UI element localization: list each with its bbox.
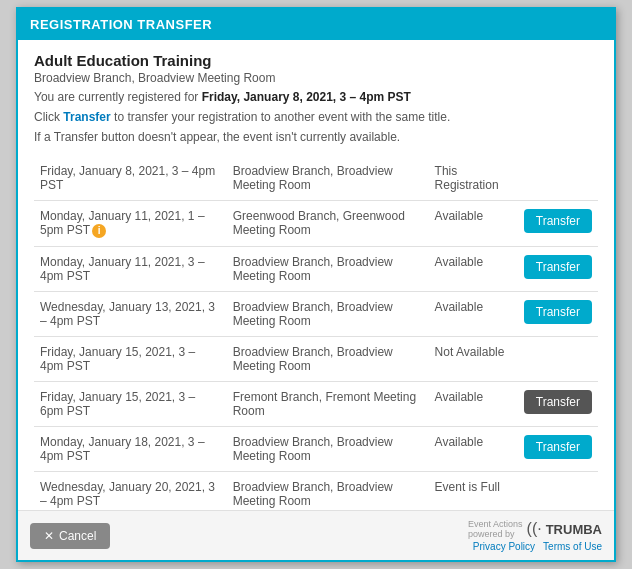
cancel-button[interactable]: ✕ Cancel [30,523,110,549]
row-action [518,471,598,510]
table-row: Friday, January 15, 2021, 3 – 6pm PSTFre… [34,381,598,426]
info-icon[interactable]: i [92,224,106,238]
row-date: Monday, January 11, 2021, 3 – 4pm PST [34,246,227,291]
cancel-label: Cancel [59,529,96,543]
table-row: Monday, January 11, 2021, 3 – 4pm PSTBro… [34,246,598,291]
row-date: Monday, January 11, 2021, 1 – 5pm PSTi [34,201,227,247]
powered-by-text: Event Actions powered by [468,519,523,539]
info-line3: If a Transfer button doesn't appear, the… [34,128,598,146]
info-line1: You are currently registered for Friday,… [34,88,598,106]
terms-of-use-link[interactable]: Terms of Use [543,541,602,552]
row-location: Broadview Branch, Broadview Meeting Room [227,246,429,291]
transfer-button[interactable]: Transfer [524,209,592,233]
trumba-brand: Event Actions powered by ((· TRUMBA [468,519,602,539]
row-location: Broadview Branch, Broadview Meeting Room [227,156,429,201]
row-action: Transfer [518,426,598,471]
row-location: Broadview Branch, Broadview Meeting Room [227,336,429,381]
row-status: Not Available [429,336,518,381]
modal-container: REGISTRATION TRANSFER Adult Education Tr… [16,7,616,562]
transfer-button[interactable]: Transfer [524,255,592,279]
row-date: Friday, January 15, 2021, 3 – 6pm PST [34,381,227,426]
row-location: Fremont Branch, Fremont Meeting Room [227,381,429,426]
privacy-policy-link[interactable]: Privacy Policy [473,541,535,552]
row-status: Available [429,381,518,426]
row-date: Monday, January 18, 2021, 3 – 4pm PST [34,426,227,471]
row-action: Transfer [518,381,598,426]
row-status: This Registration [429,156,518,201]
events-table: Friday, January 8, 2021, 3 – 4pm PSTBroa… [34,156,598,510]
transfer-button[interactable]: Transfer [524,390,592,414]
modal-footer: ✕ Cancel Event Actions powered by ((· TR… [18,510,614,560]
row-status: Available [429,246,518,291]
row-status: Available [429,201,518,247]
trumba-wave-icon: ((· [527,520,542,538]
transfer-button[interactable]: Transfer [524,300,592,324]
row-location: Broadview Branch, Broadview Meeting Room [227,471,429,510]
table-row: Monday, January 11, 2021, 1 – 5pm PSTiGr… [34,201,598,247]
row-date: Friday, January 15, 2021, 3 – 4pm PST [34,336,227,381]
table-row: Friday, January 15, 2021, 3 – 4pm PSTBro… [34,336,598,381]
row-action: Transfer [518,201,598,247]
cancel-icon: ✕ [44,529,54,543]
row-date: Wednesday, January 13, 2021, 3 – 4pm PST [34,291,227,336]
table-row: Wednesday, January 13, 2021, 3 – 4pm PST… [34,291,598,336]
row-date: Wednesday, January 20, 2021, 3 – 4pm PST [34,471,227,510]
row-status: Available [429,426,518,471]
row-date: Friday, January 8, 2021, 3 – 4pm PST [34,156,227,201]
info-line2: Click Transfer to transfer your registra… [34,108,598,126]
row-action: Transfer [518,291,598,336]
modal-header: REGISTRATION TRANSFER [18,9,614,40]
row-status: Available [429,291,518,336]
row-action [518,156,598,201]
row-location: Broadview Branch, Broadview Meeting Room [227,291,429,336]
table-row: Wednesday, January 20, 2021, 3 – 4pm PST… [34,471,598,510]
row-action [518,336,598,381]
row-action: Transfer [518,246,598,291]
row-location: Broadview Branch, Broadview Meeting Room [227,426,429,471]
table-row: Friday, January 8, 2021, 3 – 4pm PSTBroa… [34,156,598,201]
transfer-button[interactable]: Transfer [524,435,592,459]
row-status: Event is Full [429,471,518,510]
footer-links: Privacy Policy Terms of Use [473,541,602,552]
modal-body: Adult Education Training Broadview Branc… [18,40,614,510]
event-location: Broadview Branch, Broadview Meeting Room [34,71,598,85]
footer-branding: Event Actions powered by ((· TRUMBA Priv… [468,519,602,552]
row-location: Greenwood Branch, Greenwood Meeting Room [227,201,429,247]
modal-title: REGISTRATION TRANSFER [30,17,212,32]
trumba-logo-text: TRUMBA [546,522,602,537]
table-row: Monday, January 18, 2021, 3 – 4pm PSTBro… [34,426,598,471]
event-title: Adult Education Training [34,52,598,69]
